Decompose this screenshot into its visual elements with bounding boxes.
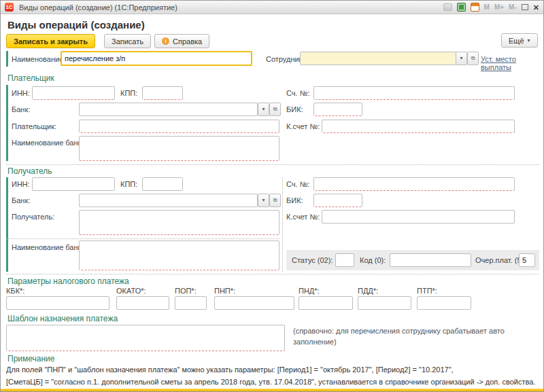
- ptp-label: ПТП*:: [417, 287, 437, 295]
- receiver-inner-separator: [6, 238, 279, 239]
- receiver-account-input[interactable]: [313, 177, 515, 191]
- employee-dropdown-button[interactable]: ▾: [456, 52, 467, 65]
- payer-account-input[interactable]: [313, 86, 515, 100]
- receiver-corr-label: К.счет №:: [286, 213, 320, 221]
- receiver-group-bar: [6, 177, 8, 272]
- status-label: Статус (02):: [292, 256, 333, 264]
- receiver-bank-name-label: Наименование банка:: [12, 243, 88, 251]
- chevron-down-icon: ▾: [528, 37, 530, 43]
- maximize-button[interactable]: [522, 4, 528, 10]
- pop-input[interactable]: [175, 296, 207, 310]
- employee-open-icon[interactable]: ⧉: [467, 52, 479, 65]
- template-note: (справочно: для перечисления сотруднику …: [293, 326, 528, 348]
- payer-bank-open-icon[interactable]: ⧉: [269, 103, 281, 116]
- memory-button[interactable]: M: [484, 3, 490, 12]
- code-label: Код (0):: [360, 256, 386, 264]
- help-button[interactable]: i Справка: [154, 34, 209, 48]
- tax-params-section-title: Параметры налогового платежа: [7, 277, 129, 286]
- payer-bank-label: Банк:: [12, 105, 30, 113]
- payer-section-title: Плательщик: [7, 73, 54, 83]
- receiver-bank-open-icon[interactable]: ⧉: [269, 194, 281, 207]
- set-payment-place-link[interactable]: Уст. место выплаты: [481, 55, 543, 71]
- payer-bank-name-label: Наименование банка:: [12, 139, 88, 147]
- receiver-column-separator: [282, 177, 283, 272]
- info-icon: i: [162, 37, 169, 45]
- payer-kpp-label: КПП:: [120, 89, 137, 97]
- ptp-input[interactable]: [417, 296, 471, 310]
- 1c-logo-icon: 1С: [5, 3, 14, 12]
- pnp-input[interactable]: [214, 296, 294, 310]
- print-icon[interactable]: [443, 3, 452, 11]
- okato-input[interactable]: [116, 296, 169, 310]
- pnd-label: ПНД*:: [299, 287, 320, 295]
- more-button-label: Ещё: [509, 37, 524, 45]
- name-input[interactable]: [61, 51, 252, 66]
- pop-label: ПОП*:: [175, 287, 197, 295]
- payer-inn-label: ИНН:: [12, 89, 30, 97]
- receiver-section-title: Получатель: [7, 166, 52, 176]
- pdd-input[interactable]: [358, 296, 411, 310]
- page-title: Виды операций (создание): [7, 19, 145, 31]
- payer-account-label: Сч. №:: [286, 89, 310, 97]
- close-button[interactable]: ✕: [533, 3, 539, 12]
- receiver-kpp-label: КПП:: [120, 180, 137, 188]
- receiver-name-label: Получатель:: [12, 213, 54, 221]
- calendar-icon[interactable]: [471, 3, 479, 12]
- status-input[interactable]: [335, 253, 354, 267]
- memory-plus-button[interactable]: M+: [494, 3, 504, 12]
- employee-label: Сотрудник:: [266, 55, 305, 63]
- calculator-icon[interactable]: [457, 3, 466, 12]
- save-button[interactable]: Записать: [104, 34, 151, 48]
- employee-input[interactable]: [300, 52, 456, 65]
- app-window: 1С Виды операций (создание) (1С:Предприя…: [0, 0, 544, 392]
- okato-label: ОКАТО*:: [116, 287, 146, 295]
- payer-corr-input[interactable]: [322, 120, 515, 133]
- payer-group-bar: [6, 85, 8, 161]
- receiver-name-textarea[interactable]: [79, 210, 279, 235]
- payer-bank-input[interactable]: [79, 103, 258, 116]
- payer-name-input[interactable]: [79, 120, 279, 133]
- pdd-label: ПДД*:: [358, 287, 378, 295]
- titlebar: 1С Виды операций (создание) (1С:Предприя…: [1, 1, 543, 14]
- save-and-close-button[interactable]: Записать и закрыть: [6, 34, 95, 48]
- bottom-accent-strip: [1, 389, 543, 391]
- note-section-title: Примечание: [7, 354, 54, 363]
- window-title: Виды операций (создание) (1С:Предприятие…: [19, 3, 443, 12]
- receiver-bik-input[interactable]: [313, 194, 362, 207]
- receiver-bank-dropdown-button[interactable]: ▾: [258, 194, 269, 207]
- more-button[interactable]: Ещё ▾: [501, 33, 538, 48]
- code-input[interactable]: [390, 253, 471, 267]
- receiver-corr-input[interactable]: [322, 210, 515, 224]
- note-line-1: Для полей "ПНП" и "шаблон назначения пла…: [6, 366, 454, 374]
- section-separator: [6, 274, 539, 274]
- order-input[interactable]: [519, 253, 535, 267]
- receiver-account-label: Сч. №:: [286, 180, 310, 188]
- payer-bank-dropdown-button[interactable]: ▾: [258, 103, 269, 116]
- pnp-label: ПНП*:: [214, 287, 235, 295]
- payer-inn-input[interactable]: [32, 86, 115, 100]
- receiver-bank-name-textarea[interactable]: [79, 240, 279, 270]
- payer-corr-label: К.счет №:: [286, 122, 320, 130]
- help-button-label: Справка: [173, 37, 202, 46]
- payer-name-label: Плательщик:: [12, 122, 56, 130]
- receiver-bank-label: Банк:: [12, 196, 30, 204]
- payer-bik-input[interactable]: [313, 103, 362, 116]
- receiver-bank-input[interactable]: [79, 194, 258, 207]
- kbk-label: КБК*:: [6, 287, 24, 295]
- payer-bank-name-textarea[interactable]: [79, 136, 279, 161]
- receiver-bik-label: БИК:: [286, 196, 303, 204]
- template-section-title: Шаблон назначения платежа: [7, 314, 118, 323]
- note-line-2: [СметаЦБ] = "согласно п.1. дополнительно…: [6, 378, 535, 386]
- section-separator: [6, 164, 539, 165]
- receiver-kpp-input[interactable]: [142, 177, 183, 191]
- name-label: Наименование:: [12, 55, 65, 63]
- receiver-inn-label: ИНН:: [12, 180, 30, 188]
- required-group-bar: [6, 51, 8, 67]
- kbk-input[interactable]: [6, 296, 109, 310]
- receiver-inn-input[interactable]: [32, 177, 115, 191]
- template-textarea[interactable]: [6, 325, 285, 351]
- memory-minus-button[interactable]: M-: [509, 3, 517, 12]
- payer-kpp-input[interactable]: [142, 86, 183, 100]
- pnd-input[interactable]: [299, 296, 353, 310]
- payer-bik-label: БИК:: [286, 105, 303, 113]
